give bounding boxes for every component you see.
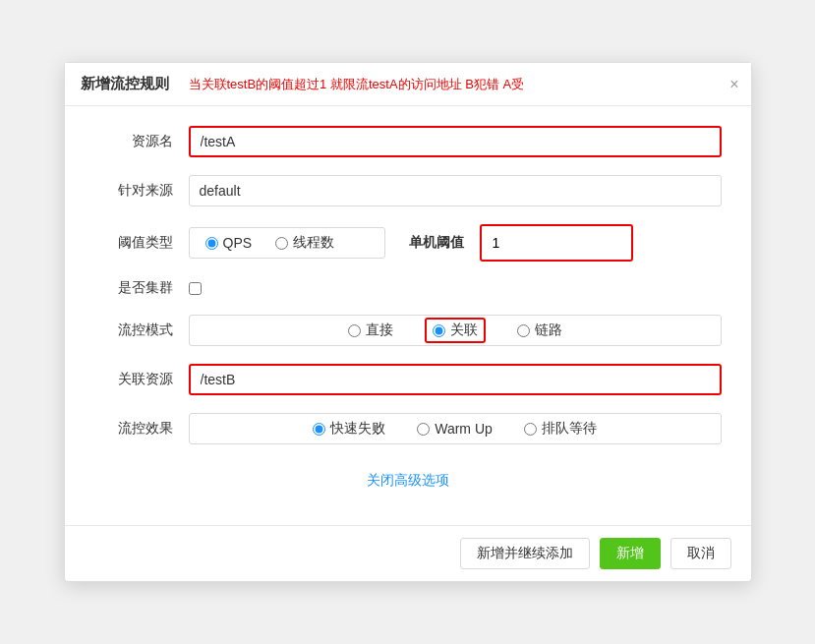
- warm-up-option[interactable]: Warm Up: [417, 421, 493, 437]
- cluster-label: 是否集群: [94, 279, 173, 297]
- single-threshold-input[interactable]: [483, 227, 630, 259]
- add-button[interactable]: 新增: [600, 538, 661, 569]
- advanced-link[interactable]: 关闭高级选项: [94, 462, 722, 505]
- effect-group: 快速失败 Warm Up 排队等待: [189, 413, 722, 444]
- resource-input[interactable]: [189, 126, 722, 157]
- queue-option[interactable]: 排队等待: [524, 420, 597, 438]
- dialog-header: 新增流控规则 当关联testB的阈值超过1 就限流testA的访问地址 B犯错 …: [65, 63, 751, 106]
- related-option[interactable]: 关联: [433, 322, 478, 339]
- warm-up-radio[interactable]: [417, 423, 430, 436]
- related-option-highlighted: 关联: [425, 318, 486, 343]
- qps-label: QPS: [223, 235, 253, 251]
- dialog-title: 新增流控规则: [81, 75, 169, 93]
- fast-fail-option[interactable]: 快速失败: [313, 420, 385, 438]
- close-button[interactable]: ×: [729, 77, 738, 92]
- related-resource-row: 关联资源: [94, 364, 722, 395]
- single-threshold-label: 单机阈值: [409, 234, 464, 252]
- dialog-subtitle: 当关联testB的阈值超过1 就限流testA的访问地址 B犯错 A受: [189, 76, 735, 93]
- chain-radio[interactable]: [517, 324, 530, 337]
- chain-option[interactable]: 链路: [517, 322, 562, 339]
- add-continue-button[interactable]: 新增并继续添加: [460, 538, 590, 569]
- cluster-row: 是否集群: [94, 279, 722, 297]
- related-resource-input[interactable]: [189, 364, 722, 395]
- resource-row: 资源名: [94, 126, 722, 157]
- warm-up-label: Warm Up: [435, 421, 493, 437]
- threshold-row: 阈值类型 QPS 线程数 单机阈值: [94, 224, 722, 262]
- related-resource-label: 关联资源: [94, 371, 173, 388]
- qps-option[interactable]: QPS: [205, 235, 253, 251]
- dialog-container: 新增流控规则 当关联testB的阈值超过1 就限流testA的访问地址 B犯错 …: [64, 62, 752, 582]
- threshold-type-group: QPS 线程数: [189, 227, 385, 259]
- dialog-footer: 新增并继续添加 新增 取消: [65, 525, 751, 581]
- thread-option[interactable]: 线程数: [275, 234, 334, 252]
- cancel-button[interactable]: 取消: [670, 538, 731, 569]
- flow-mode-row: 流控模式 直接 关联 链路: [94, 315, 722, 346]
- queue-radio[interactable]: [524, 423, 537, 436]
- source-row: 针对来源: [94, 175, 722, 206]
- queue-label: 排队等待: [542, 420, 597, 438]
- direct-radio[interactable]: [348, 324, 361, 337]
- fast-fail-radio[interactable]: [313, 423, 325, 436]
- related-radio[interactable]: [433, 324, 445, 337]
- thread-label: 线程数: [293, 234, 334, 252]
- flow-mode-group: 直接 关联 链路: [189, 315, 722, 346]
- qps-radio[interactable]: [205, 237, 218, 250]
- related-label: 关联: [450, 322, 478, 339]
- chain-label: 链路: [535, 322, 562, 339]
- source-input[interactable]: [189, 175, 722, 206]
- fast-fail-label: 快速失败: [330, 420, 385, 438]
- single-threshold-section: 单机阈值: [409, 224, 633, 262]
- thread-radio[interactable]: [275, 237, 288, 250]
- source-label: 针对来源: [94, 182, 173, 200]
- direct-option[interactable]: 直接: [348, 322, 393, 339]
- resource-label: 资源名: [94, 133, 173, 150]
- effect-row: 流控效果 快速失败 Warm Up 排队等待: [94, 413, 722, 444]
- flow-mode-label: 流控模式: [94, 322, 173, 339]
- threshold-type-label: 阈值类型: [94, 234, 173, 252]
- direct-label: 直接: [366, 322, 393, 339]
- cluster-checkbox[interactable]: [189, 282, 202, 295]
- dialog-body: 资源名 针对来源 阈值类型 QPS 线程数 单机阈值: [65, 106, 751, 525]
- effect-label: 流控效果: [94, 420, 173, 438]
